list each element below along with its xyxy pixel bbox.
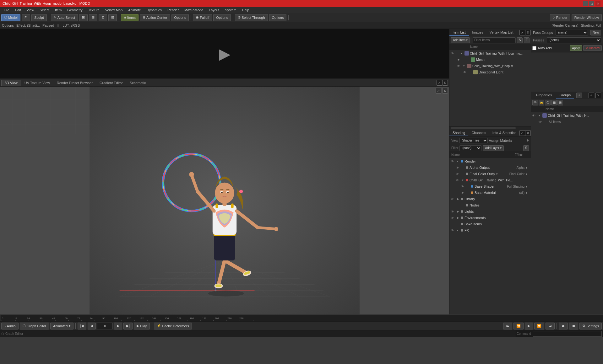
- transport-next-button[interactable]: ⏩: [534, 323, 544, 329]
- menu-geometry[interactable]: Geometry: [65, 8, 85, 13]
- apply-button[interactable]: Apply: [570, 45, 582, 51]
- auto-add-checkbox[interactable]: [532, 46, 536, 50]
- transport-prev-button[interactable]: ⏪: [513, 323, 524, 329]
- auto-add-label[interactable]: Auto Add: [532, 46, 552, 50]
- tree-item-mesh[interactable]: 👁 Mesh: [449, 56, 531, 63]
- shader-environments[interactable]: 👁 ▶ Environments: [449, 215, 531, 221]
- add-item-button[interactable]: Add Item ▾: [451, 37, 470, 43]
- menu-select[interactable]: Select: [37, 8, 52, 13]
- maximize-button[interactable]: □: [589, 1, 594, 6]
- action-center-button[interactable]: ⊕ Action Center: [140, 14, 170, 21]
- eye-icon-3[interactable]: 👁: [463, 71, 468, 74]
- menu-help[interactable]: Help: [240, 8, 252, 13]
- render-button[interactable]: ▷ Render: [550, 14, 570, 21]
- groups-mesh-button[interactable]: ⬡: [545, 100, 551, 105]
- graph-editor-button[interactable]: ⬡ Graph Editor: [20, 323, 49, 329]
- filter-items-input[interactable]: [473, 37, 516, 43]
- transport-start-button[interactable]: ⏮: [503, 323, 512, 329]
- pass-groups-select[interactable]: (none): [556, 30, 588, 35]
- toolbar-icon-4[interactable]: ⊡: [108, 14, 117, 21]
- step-back-button[interactable]: ◀: [88, 323, 96, 329]
- preview-play-button[interactable]: ▶: [215, 44, 234, 63]
- toolbar-icon-3[interactable]: ⊠: [99, 14, 107, 21]
- close-button[interactable]: ✕: [595, 1, 600, 6]
- eye-render[interactable]: 👁: [451, 160, 455, 163]
- passes-select[interactable]: (none): [547, 37, 601, 43]
- viewport-gear-button[interactable]: ⚙: [442, 88, 448, 94]
- shader-library[interactable]: 👁 ▶ Library: [449, 196, 531, 202]
- tab-schematic[interactable]: Schematic: [126, 80, 149, 86]
- tab-images[interactable]: Images: [469, 29, 486, 36]
- groups-expand-button[interactable]: ⤢: [589, 93, 594, 98]
- filter-s-button[interactable]: S: [517, 37, 523, 43]
- eye-icon-0[interactable]: 👁: [451, 52, 455, 55]
- item-list-expand-button[interactable]: ⤢: [519, 30, 525, 35]
- shader-alpha[interactable]: 👁 Alpha Output Alpha ▾: [449, 164, 531, 171]
- effect-label[interactable]: Effect: (Shadi...: [16, 24, 40, 27]
- tab-add-button[interactable]: +: [149, 80, 155, 86]
- groups-eye-1[interactable]: 👁: [539, 120, 543, 124]
- toolbar-icon-1[interactable]: ⊞: [79, 14, 88, 21]
- options2-button[interactable]: Options: [213, 14, 231, 21]
- command-input[interactable]: [533, 331, 602, 337]
- tree-item-scene[interactable]: 👁 ▾ Child_Girl_Training_With_Hoop_mo...: [449, 50, 531, 56]
- frame-input[interactable]: [97, 323, 113, 329]
- tree-item-group[interactable]: 👁 ▾ Child_Training_With_Hoop ⊕: [449, 63, 531, 69]
- play-button[interactable]: ▶ Play: [134, 323, 149, 329]
- shader-base-shader[interactable]: 👁 Base Shader Full Shading ▾: [449, 183, 531, 190]
- options-label[interactable]: Options: [2, 24, 14, 27]
- menu-vertex-map[interactable]: Vertex Map: [103, 8, 125, 13]
- shader-nodes[interactable]: Nodes: [449, 202, 531, 208]
- tab-render-preset[interactable]: Render Preset Browser: [53, 80, 96, 86]
- groups-eye-0[interactable]: 👁: [532, 114, 537, 117]
- menu-file[interactable]: File: [1, 8, 12, 13]
- shader-bake-items[interactable]: Bake Items: [449, 221, 531, 227]
- discard-button[interactable]: ✕ Discard: [583, 45, 602, 51]
- groups-tree-item-root[interactable]: 👁 ▾ Child_Girl_Training_With_H...: [531, 112, 603, 119]
- options3-button[interactable]: Options: [269, 14, 287, 21]
- menu-animate[interactable]: Animate: [126, 8, 143, 13]
- viewport-3d[interactable]: ⤢ ⚙: [0, 87, 449, 314]
- step-forward-button[interactable]: ▶: [114, 323, 122, 329]
- shader-tree-select[interactable]: Shader Tree: [459, 138, 488, 143]
- tab-channels[interactable]: Channels: [468, 130, 489, 136]
- select-through-button[interactable]: ⊛ Select Through: [235, 14, 268, 21]
- tab-uv-texture[interactable]: UV Texture View: [21, 80, 53, 86]
- options1-button[interactable]: Options: [171, 14, 189, 21]
- assign-material-label[interactable]: Assign Material: [489, 139, 513, 142]
- tab-item-list[interactable]: Item List: [449, 29, 469, 36]
- tab-properties[interactable]: Properties: [533, 92, 555, 99]
- items-button[interactable]: ◈ Items: [121, 14, 139, 21]
- transport-btn-2[interactable]: ⏹: [569, 323, 578, 329]
- menu-dynamics[interactable]: Dynamics: [144, 8, 164, 13]
- shading-expand-button[interactable]: ⤢: [519, 130, 525, 136]
- shader-render[interactable]: 👁 ▾ Render: [449, 158, 531, 164]
- menu-maxtomodo[interactable]: MaxToModo: [182, 8, 206, 13]
- eye-base-material[interactable]: 👁: [461, 191, 465, 195]
- eye-child[interactable]: 👁: [456, 179, 460, 182]
- eye-environments[interactable]: 👁: [451, 216, 455, 220]
- prev-keyframe-button[interactable]: |◀: [78, 323, 87, 329]
- tab-3d-view[interactable]: 3D View: [1, 80, 21, 86]
- lut-label[interactable]: LUT: sRGB: [62, 24, 80, 27]
- next-keyframe-button[interactable]: ▶|: [123, 323, 133, 329]
- shader-lights[interactable]: 👁 ▶ Lights: [449, 208, 531, 215]
- paused-label[interactable]: Paused: [42, 24, 54, 27]
- new-pass-group-button[interactable]: New: [590, 30, 601, 35]
- shading-label[interactable]: Shading: Full: [581, 24, 601, 27]
- shader-s-button[interactable]: S: [523, 145, 529, 151]
- render-window-button[interactable]: Render Window: [572, 14, 602, 21]
- cache-deformers-button[interactable]: ⚡ Cache Deformers: [154, 323, 192, 329]
- eye-fx[interactable]: 👁: [451, 229, 455, 232]
- eye-icon-1[interactable]: 👁: [457, 58, 461, 62]
- minimize-button[interactable]: —: [583, 1, 588, 6]
- tab-shading[interactable]: Shading: [449, 130, 468, 136]
- shader-final-color[interactable]: 👁 Final Color Output Final Color ▾: [449, 171, 531, 177]
- camera-label[interactable]: (Render Camera): [551, 24, 579, 27]
- menu-item[interactable]: Item: [52, 8, 64, 13]
- groups-eye-button[interactable]: 👁: [532, 100, 538, 105]
- falloff-button[interactable]: ◉ Falloff: [193, 14, 212, 21]
- eye-final[interactable]: 👁: [456, 172, 460, 176]
- eye-alpha[interactable]: 👁: [456, 166, 460, 169]
- add-layer-button[interactable]: Add Layer ▾: [483, 145, 504, 151]
